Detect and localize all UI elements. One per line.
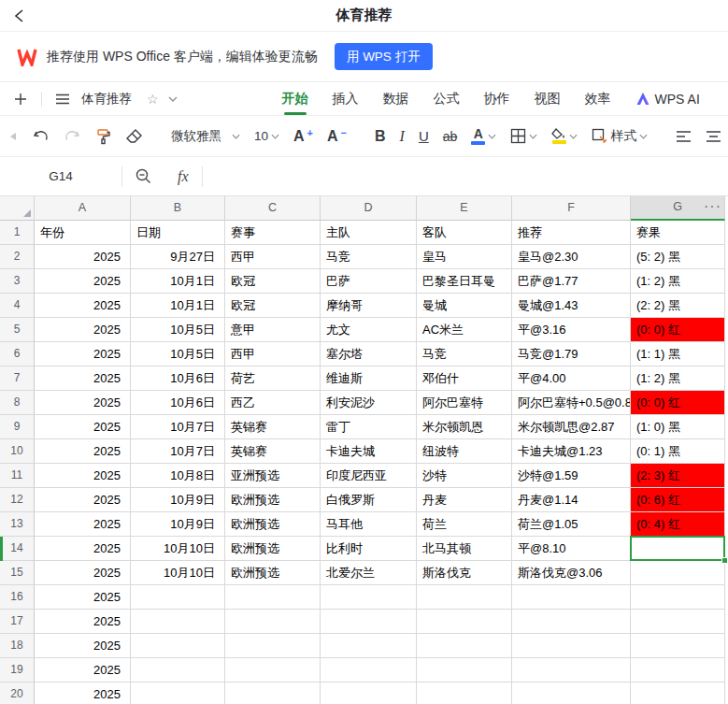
tab-4[interactable]: 公式 (434, 83, 460, 115)
cell-B17[interactable] (131, 610, 225, 634)
cell-B12[interactable]: 10月9日 (131, 488, 225, 512)
cell-E8[interactable]: 阿尔巴塞特 (417, 391, 512, 415)
decrease-font-size-button[interactable]: A− (327, 128, 347, 145)
cell-G11[interactable]: (2: 3) 红 (631, 464, 725, 488)
cell-A13[interactable]: 2025 (35, 512, 131, 537)
cell-E3[interactable]: 巴黎圣日耳曼 (417, 269, 512, 294)
cell-B11[interactable]: 10月8日 (131, 464, 225, 488)
cell-B6[interactable]: 10月5日 (131, 342, 225, 366)
cell-B1[interactable]: 日期 (131, 221, 225, 245)
cell-A18[interactable]: 2025 (35, 634, 131, 658)
cell-B20[interactable] (131, 682, 225, 704)
cell-E19[interactable] (417, 658, 512, 682)
cell-C16[interactable] (225, 585, 321, 610)
cell-F8[interactable]: 阿尔巴塞特+0.5@0.8 (512, 391, 631, 415)
cell-G12[interactable]: (0: 6) 红 (631, 488, 725, 512)
hamburger-menu-icon[interactable] (55, 93, 70, 106)
italic-button[interactable]: I (400, 128, 405, 145)
cell-A16[interactable]: 2025 (35, 585, 131, 610)
cell-A14[interactable]: 2025 (35, 537, 131, 561)
cell-F15[interactable]: 斯洛伐克@3.06 (512, 561, 631, 585)
tab-5[interactable]: 协作 (484, 83, 510, 115)
cell-C5[interactable]: 意甲 (225, 318, 321, 342)
cell-C1[interactable]: 赛事 (225, 221, 321, 245)
clear-format-eraser-icon[interactable] (125, 128, 143, 144)
cell-A19[interactable]: 2025 (35, 658, 131, 682)
new-sheet-icon[interactable] (13, 92, 28, 107)
tab-6[interactable]: 视图 (535, 83, 561, 115)
cell-G13[interactable]: (0: 4) 红 (631, 512, 725, 537)
cell-D12[interactable]: 白俄罗斯 (321, 488, 417, 512)
cell-D6[interactable]: 塞尔塔 (321, 342, 417, 366)
row-header-12[interactable]: 12 (0, 488, 35, 512)
cell-A20[interactable]: 2025 (35, 682, 131, 704)
cell-C14[interactable]: 欧洲预选 (225, 537, 321, 561)
row-header-18[interactable]: 18 (0, 634, 35, 658)
font-size-select[interactable]: 10 (254, 129, 279, 143)
cell-C4[interactable]: 欧冠 (225, 294, 321, 318)
cell-E13[interactable]: 荷兰 (417, 512, 512, 537)
cell-G18[interactable] (631, 634, 725, 658)
cell-D19[interactable] (321, 658, 417, 682)
cell-C11[interactable]: 亚洲预选 (225, 464, 321, 488)
tab-3[interactable]: 数据 (383, 83, 409, 115)
cell-D10[interactable]: 卡迪夫城 (321, 439, 417, 464)
cell-E9[interactable]: 米尔顿凯恩 (417, 415, 512, 439)
column-header-F[interactable]: F (512, 196, 631, 221)
column-header-D[interactable]: D (321, 196, 417, 221)
zoom-out-icon[interactable] (122, 168, 164, 184)
row-header-10[interactable]: 10 (0, 439, 35, 464)
cell-D4[interactable]: 摩纳哥 (321, 294, 417, 318)
cell-G2[interactable]: (5: 2) 黑 (631, 245, 725, 269)
cell-E18[interactable] (417, 634, 512, 658)
cell-D8[interactable]: 利安泥沙 (321, 391, 417, 415)
cell-F3[interactable]: 巴萨@1.77 (512, 269, 631, 294)
cell-B9[interactable]: 10月7日 (131, 415, 225, 439)
cell-G7[interactable]: (1: 2) 黑 (631, 366, 725, 391)
cell-B18[interactable] (131, 634, 225, 658)
cell-B4[interactable]: 10月1日 (131, 294, 225, 318)
cell-G1[interactable]: 赛果 (631, 221, 725, 245)
row-header-1[interactable]: 1 (0, 221, 35, 245)
cell-F11[interactable]: 沙特@1.59 (512, 464, 631, 488)
open-in-wps-button[interactable]: 用 WPS 打开 (335, 43, 433, 70)
cell-D18[interactable] (321, 634, 417, 658)
cell-E17[interactable] (417, 610, 512, 634)
cell-B3[interactable]: 10月1日 (131, 269, 225, 294)
row-header-2[interactable]: 2 (0, 245, 35, 269)
row-header-5[interactable]: 5 (0, 318, 35, 342)
cell-C8[interactable]: 西乙 (225, 391, 321, 415)
cell-F19[interactable] (512, 658, 631, 682)
cell-reference-box[interactable]: G14 (0, 169, 121, 183)
select-all-corner[interactable] (0, 196, 35, 221)
cell-F2[interactable]: 皇马@2.30 (512, 245, 631, 269)
cell-B7[interactable]: 10月6日 (131, 366, 225, 391)
cell-F17[interactable] (512, 610, 631, 634)
row-header-15[interactable]: 15 (0, 561, 35, 585)
underline-button[interactable]: U (419, 128, 429, 144)
cell-F18[interactable] (512, 634, 631, 658)
cell-A1[interactable]: 年份 (35, 221, 131, 245)
cell-A8[interactable]: 2025 (35, 391, 131, 415)
cell-E7[interactable]: 邓伯什 (417, 366, 512, 391)
cell-G14[interactable] (631, 537, 725, 561)
cell-F5[interactable]: 平@3.16 (512, 318, 631, 342)
format-painter-icon[interactable] (94, 128, 111, 145)
cell-D14[interactable]: 比利时 (321, 537, 417, 561)
cell-A6[interactable]: 2025 (35, 342, 131, 366)
cell-E11[interactable]: 沙特 (417, 464, 512, 488)
cell-B13[interactable]: 10月9日 (131, 512, 225, 537)
cell-G9[interactable]: (1: 0) 黑 (631, 415, 725, 439)
cell-F20[interactable] (512, 682, 631, 704)
align-left-button[interactable] (676, 130, 692, 143)
cell-D9[interactable]: 雷丁 (321, 415, 417, 439)
bold-button[interactable]: B (375, 128, 386, 145)
row-header-6[interactable]: 6 (0, 342, 35, 366)
cell-C18[interactable] (225, 634, 321, 658)
cell-F9[interactable]: 米尔顿凯思@2.87 (512, 415, 631, 439)
cell-D11[interactable]: 印度尼西亚 (321, 464, 417, 488)
fill-color-button[interactable] (551, 128, 578, 144)
row-header-11[interactable]: 11 (0, 464, 35, 488)
cell-C6[interactable]: 西甲 (225, 342, 321, 366)
cell-style-button[interactable]: 样式 (592, 128, 648, 145)
